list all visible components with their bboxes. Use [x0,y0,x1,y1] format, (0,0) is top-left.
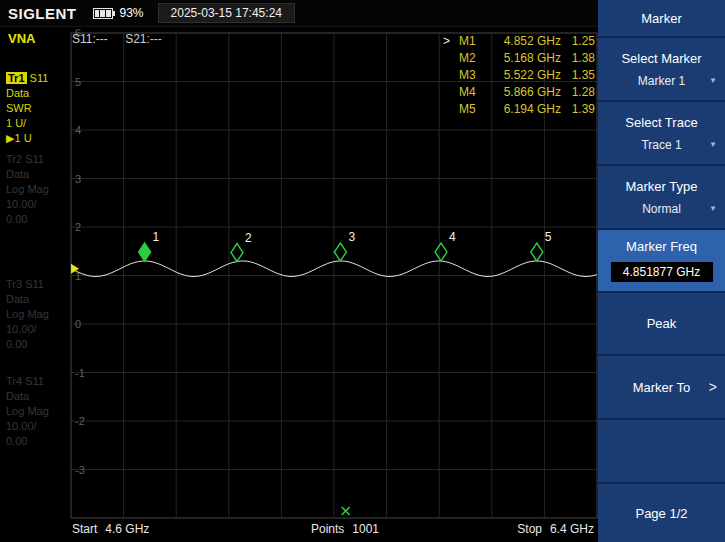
marker-freq-value: 6.194 GHz [487,102,561,116]
trace1-line: ▶1 U [6,131,48,146]
chevron-down-icon: ▼ [709,140,717,149]
graph-area[interactable]: 6543210-1-2-312345 S11:--- S21:--- > M1 … [70,27,598,542]
marker-readout: > M1 4.852 GHz 1.25 M2 5.168 GHz 1.38 M3… [443,32,595,117]
mode-label: VNA [8,31,35,46]
select-trace-button[interactable]: Select Trace Trace 1▼ [598,102,725,166]
marker-freq-value: 5.168 GHz [487,51,561,65]
trace1-line: Data [6,86,48,101]
marker-swr-value: 1.28 [561,85,595,99]
marker-readout-row: > M1 4.852 GHz 1.25 [443,32,595,49]
trace2-line: Data [6,167,49,182]
svg-text:4: 4 [449,230,456,244]
top-bar: SIGLENT 93% 2025-03-15 17:45:24 [0,0,598,27]
softkey-menu: Marker Select Marker Marker 1▼ Select Tr… [598,0,725,542]
sweep-info-row: Start4.6 GHz Points1001 Stop6.4 GHz [70,522,598,538]
marker-type-label: Marker Type [625,179,697,194]
marker-freq-value: 4.852 GHz [487,34,561,48]
stop-label: Stop [517,522,542,536]
trace4-line: Data [6,389,49,404]
trace1-line: SWR [6,101,48,116]
marker-freq-button[interactable]: Marker Freq 4.851877 GHz [598,230,725,293]
stimulus-marker-icon [342,507,350,515]
trace3-line: 10.00/ [6,322,49,337]
sweep-start: Start4.6 GHz [72,522,149,536]
peak-button[interactable]: Peak [598,293,725,356]
menu-title: Marker [598,0,725,38]
trace2-line: 0.00 [6,212,49,227]
marker-type-value: Normal [642,202,681,216]
page-label: Page 1/2 [635,506,687,521]
trace4-info[interactable]: Tr4 S11 Data Log Mag 10.00/ 0.00 [6,374,49,449]
marker-id: M3 [459,68,487,82]
page-button[interactable]: Page 1/2 [598,484,725,542]
marker-swr-value: 1.38 [561,51,595,65]
trace4-title: Tr4 S11 [6,374,49,389]
stop-value: 6.4 GHz [550,522,594,536]
trace3-info[interactable]: Tr3 S11 Data Log Mag 10.00/ 0.00 [6,277,49,352]
marker-diamond[interactable] [139,243,151,261]
select-marker-label: Select Marker [621,51,701,66]
trace1-param: S11 [30,72,49,84]
svg-text:4: 4 [75,124,81,136]
selected-marker-arrow-icon: > [443,34,459,48]
marker-to-button[interactable]: Marker To > [598,356,725,420]
marker-type-button[interactable]: Marker Type Normal▼ [598,166,725,230]
svg-text:1: 1 [153,230,160,244]
marker-readout-row: M2 5.168 GHz 1.38 [443,49,595,66]
timestamp: 2025-03-15 17:45:24 [158,3,295,23]
points-value: 1001 [352,522,379,536]
marker-id: M5 [459,102,487,116]
marker-id: M4 [459,85,487,99]
trace3-line: Log Mag [6,307,49,322]
trace2-line: Log Mag [6,182,49,197]
sweep-points: Points1001 [311,522,379,536]
marker-to-label: Marker To [633,380,691,395]
sweep-stop: Stop6.4 GHz [517,522,594,536]
svg-text:-1: -1 [75,367,85,379]
peak-label: Peak [647,316,677,331]
trace2-title: Tr2 S11 [6,152,49,167]
active-trace-info[interactable]: Tr1 S11 Data SWR 1 U/ ▶1 U [6,71,48,146]
svg-text:0: 0 [75,318,81,330]
trace1-badge: Tr1 [6,72,27,84]
svg-text:5: 5 [545,230,552,244]
marker-readout-row: M5 6.194 GHz 1.39 [443,100,595,117]
main-area: VNA Tr1 S11 Data SWR 1 U/ ▶1 U Tr2 S11 D… [0,27,598,542]
marker-freq-input[interactable]: 4.851877 GHz [611,262,713,282]
select-marker-button[interactable]: Select Marker Marker 1▼ [598,38,725,102]
trace1-line: 1 U/ [6,116,48,131]
marker-readout-row: M4 5.866 GHz 1.28 [443,83,595,100]
marker-freq-value: 5.866 GHz [487,85,561,99]
start-label: Start [72,522,97,536]
marker-swr-value: 1.25 [561,34,595,48]
trace4-line: 0.00 [6,434,49,449]
select-marker-value: Marker 1 [638,74,685,88]
trace2-line: 10.00/ [6,197,49,212]
marker-diamond[interactable] [334,243,346,261]
trace3-line: Data [6,292,49,307]
marker-diamond[interactable] [435,243,447,261]
vna-screen: SIGLENT 93% 2025-03-15 17:45:24 VNA Tr1 … [0,0,725,542]
marker-freq-value: 5.522 GHz [487,68,561,82]
s21-status: S21:--- [125,32,162,46]
svg-text:2: 2 [75,221,81,233]
brand-logo: SIGLENT [8,5,77,22]
trace2-info[interactable]: Tr2 S11 Data Log Mag 10.00/ 0.00 [6,152,49,227]
trace-panel: VNA Tr1 S11 Data SWR 1 U/ ▶1 U Tr2 S11 D… [0,27,70,542]
trace4-line: Log Mag [6,404,49,419]
svg-text:3: 3 [75,173,81,185]
chevron-down-icon: ▼ [709,76,717,85]
start-value: 4.6 GHz [105,522,149,536]
empty-softkey [598,420,725,484]
marker-freq-label: Marker Freq [626,239,697,254]
svg-text:-2: -2 [75,415,85,427]
trace3-title: Tr3 S11 [6,277,49,292]
points-label: Points [311,522,344,536]
select-trace-value: Trace 1 [641,138,681,152]
marker-diamond[interactable] [531,243,543,261]
marker-swr-value: 1.35 [561,68,595,82]
svg-text:3: 3 [348,230,355,244]
battery-icon [93,8,115,19]
marker-diamond[interactable] [231,244,243,262]
chevron-right-icon: > [709,379,717,395]
